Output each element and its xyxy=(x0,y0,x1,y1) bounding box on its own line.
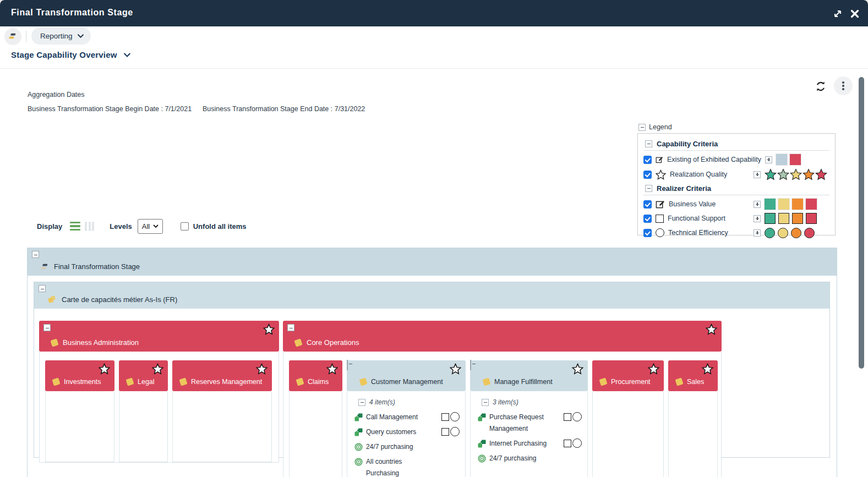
legend-section-realizer: Realizer Criteria xyxy=(645,182,829,194)
expand-icon[interactable] xyxy=(832,8,844,20)
functional-support-indicator[interactable] xyxy=(441,428,449,436)
card-header[interactable]: Procurement xyxy=(592,360,664,391)
favorite-star-icon[interactable] xyxy=(702,363,713,375)
legend-row-existing-capability: Existing of Exhibited Capability xyxy=(643,152,829,167)
favorite-star-icon[interactable] xyxy=(99,363,110,375)
collapse-icon[interactable] xyxy=(358,399,365,406)
card-label: Procurement xyxy=(611,378,651,386)
collapse-icon[interactable] xyxy=(43,324,51,331)
list-item[interactable]: 24/7 purchasing xyxy=(354,441,460,453)
reporting-dropdown[interactable]: Reporting xyxy=(31,28,91,45)
card-label: Reserves Management xyxy=(191,378,262,386)
card-body xyxy=(668,391,718,477)
card-label-row: Claims xyxy=(297,378,329,386)
close-icon[interactable] xyxy=(849,8,861,20)
titlebar: Final Transformation Stage xyxy=(0,0,868,26)
technical-efficiency-indicator[interactable] xyxy=(572,412,582,421)
favorite-star-icon[interactable] xyxy=(572,363,583,375)
card-header[interactable]: Claims xyxy=(289,360,342,391)
group-label-row: Core Operations xyxy=(295,338,359,347)
vertical-scrollbar[interactable] xyxy=(859,77,864,369)
unfold-checkbox[interactable] xyxy=(181,222,189,231)
expand-icon[interactable] xyxy=(754,171,761,178)
item-label: All countries Purchasing xyxy=(366,456,421,477)
levels-select[interactable]: All xyxy=(138,219,163,234)
legend-checkbox[interactable] xyxy=(643,229,652,237)
legend-checkbox[interactable] xyxy=(643,171,652,179)
card-header[interactable]: Customer Management xyxy=(347,360,466,391)
chip-lightblue xyxy=(776,154,787,165)
list-item[interactable]: 24/7 purchasing xyxy=(478,453,582,464)
legend-label: Existing of Exhibited Capability xyxy=(667,156,761,163)
capability-map-icon xyxy=(47,295,57,304)
group-body: Claims Cus xyxy=(283,352,722,477)
chip-orange xyxy=(792,199,803,210)
star-chip-red xyxy=(815,168,827,180)
submap-label-row: Carte de capacités métier As-Is (FR) xyxy=(47,295,177,304)
legend-checkbox[interactable] xyxy=(643,200,652,209)
item-label: 24/7 purchasing xyxy=(489,453,536,464)
legend-checkbox[interactable] xyxy=(643,156,652,164)
expand-icon[interactable] xyxy=(765,156,772,163)
technical-efficiency-indicator[interactable] xyxy=(450,427,460,436)
card-header[interactable]: Manage Fulfillment xyxy=(470,360,588,391)
collapse-icon[interactable] xyxy=(470,360,471,370)
view-selector[interactable]: Stage Capability Overview xyxy=(11,50,130,59)
functional-support-indicator[interactable] xyxy=(441,413,449,421)
list-item[interactable]: All countries Purchasing xyxy=(354,456,460,477)
list-item[interactable]: Call Management xyxy=(354,412,460,423)
functional-support-indicator[interactable] xyxy=(564,413,571,421)
technical-efficiency-indicator[interactable] xyxy=(572,438,582,448)
legend-checkbox[interactable] xyxy=(643,215,652,223)
card-header[interactable]: Legal xyxy=(119,360,168,391)
collapse-icon[interactable] xyxy=(645,140,652,147)
collapse-icon[interactable] xyxy=(347,360,348,370)
star-chip-yellow xyxy=(790,168,802,180)
favorite-star-icon[interactable] xyxy=(450,363,461,375)
header-divider xyxy=(0,68,868,69)
collapse-icon[interactable] xyxy=(287,324,294,331)
collapse-icon[interactable] xyxy=(39,285,46,292)
card-header[interactable]: Reserves Management xyxy=(172,360,272,391)
functional-support-indicator[interactable] xyxy=(564,440,571,447)
card-header[interactable]: Sales xyxy=(668,360,718,391)
group-header[interactable]: Business Administration xyxy=(39,321,279,352)
map-root-band[interactable]: Final Transformation Stage xyxy=(28,248,837,276)
submap-band[interactable]: Carte de capacités métier As-Is (FR) xyxy=(34,282,829,309)
favorite-star-icon[interactable] xyxy=(263,324,275,335)
transformation-stage-icon xyxy=(9,32,17,42)
column-view-icon[interactable] xyxy=(85,222,94,231)
more-options-button[interactable] xyxy=(834,76,853,95)
collapse-icon[interactable] xyxy=(645,185,652,192)
favorite-star-icon[interactable] xyxy=(648,363,659,375)
item-indicators xyxy=(564,438,582,448)
card-header[interactable]: Investments xyxy=(45,360,114,391)
collapse-icon[interactable] xyxy=(638,124,646,131)
capability-icon xyxy=(296,377,304,386)
expand-icon[interactable] xyxy=(754,201,761,208)
legend-title: Legend xyxy=(649,123,672,131)
expand-icon[interactable] xyxy=(754,229,761,237)
items-count: 3 item(s) xyxy=(493,398,518,406)
application-icon xyxy=(478,440,486,448)
favorite-star-icon[interactable] xyxy=(326,363,338,375)
capability-icon xyxy=(50,338,58,347)
group-header[interactable]: Core Operations xyxy=(283,321,722,352)
capability-icon xyxy=(179,377,187,386)
collapse-icon[interactable] xyxy=(482,399,489,406)
expand-icon[interactable] xyxy=(754,215,761,222)
collapse-icon[interactable] xyxy=(32,251,39,258)
list-item[interactable]: Query customers xyxy=(354,426,460,438)
favorite-star-icon[interactable] xyxy=(706,324,717,335)
list-item[interactable]: Purchase Request Management xyxy=(478,412,582,435)
technical-efficiency-indicator[interactable] xyxy=(450,412,460,421)
card-body: 3 item(s) Purchase Request Management xyxy=(470,391,588,477)
stage-home-button[interactable] xyxy=(4,28,21,45)
legend-label: Realization Quality xyxy=(670,171,750,178)
favorite-star-icon[interactable] xyxy=(256,363,268,375)
item-indicators xyxy=(564,412,582,421)
refresh-icon[interactable] xyxy=(815,80,827,92)
list-view-icon[interactable] xyxy=(70,222,80,231)
favorite-star-icon[interactable] xyxy=(152,363,163,375)
list-item[interactable]: Internet Purchasing xyxy=(478,438,582,449)
